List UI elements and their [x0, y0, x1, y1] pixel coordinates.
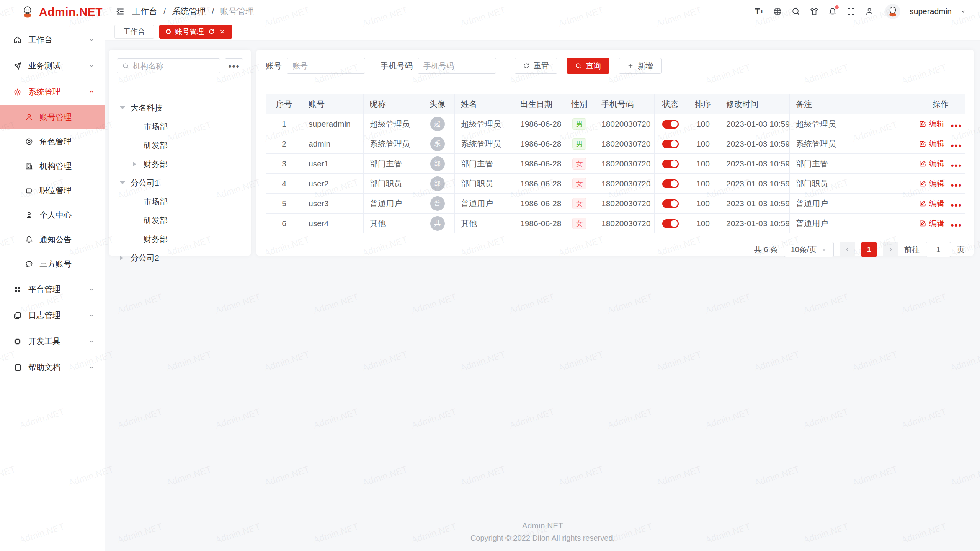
- badge-icon: [25, 186, 33, 195]
- tree-node[interactable]: 市场部: [117, 117, 243, 136]
- caret-down-icon[interactable]: [120, 106, 131, 109]
- table-row: 4 user2 部门职员 部 部门职员 1986-06-28 女 1802003…: [266, 174, 965, 194]
- org-more-button[interactable]: ●●●: [225, 58, 243, 73]
- tab-workbench[interactable]: 工作台: [114, 25, 154, 39]
- collapse-menu-icon[interactable]: [115, 7, 125, 16]
- refresh-icon[interactable]: [208, 28, 215, 35]
- org-search-input[interactable]: [133, 62, 215, 70]
- cell-gender: 男: [564, 114, 595, 134]
- tree-node[interactable]: 财务部: [117, 155, 243, 173]
- tree-node[interactable]: 分公司2: [117, 248, 243, 267]
- brand-logo[interactable]: Admin.NET: [0, 0, 105, 24]
- sidebar-item-dev-tools[interactable]: 开发工具: [0, 328, 105, 354]
- cell-index: 5: [266, 194, 302, 214]
- username[interactable]: superadmin: [910, 7, 952, 16]
- sidebar-item-position-mgmt[interactable]: 职位管理: [0, 178, 105, 203]
- row-more-button[interactable]: ●●●: [951, 142, 962, 148]
- sidebar-item-platform[interactable]: 平台管理: [0, 276, 105, 302]
- tree-node[interactable]: 财务部: [117, 230, 243, 248]
- user-avatar[interactable]: [885, 4, 900, 19]
- edit-button[interactable]: 编辑: [919, 178, 944, 189]
- chevron-down-icon: [88, 338, 95, 345]
- sidebar-item-workbench[interactable]: 工作台: [0, 27, 105, 53]
- edit-label: 编辑: [929, 139, 944, 149]
- breadcrumb-item[interactable]: 系统管理: [172, 6, 206, 17]
- sidebar-item-help-docs[interactable]: 帮助文档: [0, 354, 105, 380]
- tree-node[interactable]: 研发部: [117, 136, 243, 155]
- account-filter-input[interactable]: [287, 58, 365, 74]
- row-more-button[interactable]: ●●●: [951, 182, 962, 188]
- row-more-button[interactable]: ●●●: [951, 222, 962, 228]
- row-more-button[interactable]: ●●●: [951, 122, 962, 129]
- sidebar-item-system[interactable]: 系统管理: [0, 79, 105, 105]
- add-button[interactable]: 新增: [619, 58, 662, 74]
- row-more-button[interactable]: ●●●: [951, 202, 962, 208]
- fullscreen-icon[interactable]: [846, 7, 856, 16]
- edit-button[interactable]: 编辑: [919, 119, 944, 129]
- next-page-button[interactable]: [883, 242, 898, 257]
- edit-button[interactable]: 编辑: [919, 158, 944, 169]
- edit-icon: [919, 140, 926, 147]
- tab-label: 账号管理: [175, 27, 204, 37]
- caret-right-icon[interactable]: [133, 161, 144, 167]
- documents-icon: [13, 311, 22, 320]
- gender-badge: 女: [572, 198, 586, 209]
- sidebar-item-notice[interactable]: 通知公告: [0, 227, 105, 252]
- tree-node[interactable]: 市场部: [117, 192, 243, 211]
- gear-icon: [13, 88, 22, 96]
- profile-icon[interactable]: [864, 7, 874, 16]
- cell-name: 普通用户: [455, 194, 514, 214]
- sidebar-item-role-mgmt[interactable]: 角色管理: [0, 129, 105, 154]
- sidebar-item-logs[interactable]: 日志管理: [0, 302, 105, 328]
- font-size-icon[interactable]: TT: [754, 7, 764, 16]
- edit-button[interactable]: 编辑: [919, 198, 944, 209]
- sidebar-item-profile-center[interactable]: 个人中心: [0, 203, 105, 227]
- sidebar-item-org-mgmt[interactable]: 机构管理: [0, 154, 105, 178]
- reset-button[interactable]: 重置: [514, 58, 557, 74]
- chip-icon: [13, 337, 22, 346]
- search-icon[interactable]: [791, 7, 801, 16]
- status-toggle[interactable]: [662, 140, 679, 148]
- status-toggle[interactable]: [662, 120, 679, 129]
- edit-button[interactable]: 编辑: [919, 218, 944, 228]
- page-number-current[interactable]: 1: [861, 242, 877, 257]
- sidebar-item-third-party[interactable]: 三方账号: [0, 252, 105, 276]
- cell-status: [655, 214, 686, 233]
- edit-button[interactable]: 编辑: [919, 139, 944, 149]
- status-toggle[interactable]: [662, 179, 679, 188]
- tab-account-mgmt[interactable]: 账号管理: [159, 25, 232, 39]
- goto-page-input[interactable]: [926, 242, 951, 257]
- close-icon[interactable]: [219, 28, 225, 35]
- status-toggle[interactable]: [662, 160, 679, 168]
- caret-right-icon[interactable]: [120, 255, 131, 261]
- prev-page-button[interactable]: [840, 242, 855, 257]
- org-search-field[interactable]: [117, 58, 220, 73]
- cell-birth: 1986-06-28: [514, 114, 564, 134]
- row-more-button[interactable]: ●●●: [951, 162, 962, 168]
- tree-node[interactable]: 研发部: [117, 211, 243, 230]
- sidebar-item-label: 业务测试: [28, 60, 60, 71]
- col-remark: 备注: [790, 94, 916, 114]
- bell-icon[interactable]: [828, 7, 838, 16]
- table-row: 2 admin 系统管理员 系 系统管理员 1986-06-28 男 18020…: [266, 134, 965, 154]
- breadcrumb-item[interactable]: 工作台: [132, 6, 157, 17]
- tree-node-label: 财务部: [144, 159, 168, 170]
- tab-label: 工作台: [123, 27, 145, 37]
- table-row: 1 superadmin 超级管理员 超 超级管理员 1986-06-28 男 …: [266, 114, 965, 134]
- tree-node[interactable]: 分公司1: [117, 173, 243, 192]
- status-toggle[interactable]: [662, 219, 679, 228]
- tree-node[interactable]: 大名科技: [117, 98, 243, 117]
- search-button[interactable]: 查询: [567, 58, 609, 74]
- status-toggle[interactable]: [662, 199, 679, 208]
- avatar: 超: [430, 117, 445, 131]
- theme-icon[interactable]: [809, 7, 819, 16]
- chevron-down-icon[interactable]: [960, 8, 966, 15]
- language-icon[interactable]: [773, 7, 782, 16]
- page-size-select[interactable]: 10条/页: [784, 242, 834, 257]
- sidebar-item-business-test[interactable]: 业务测试: [0, 53, 105, 79]
- cell-remark: 普通用户: [790, 194, 916, 214]
- sidebar-item-account-mgmt[interactable]: 账号管理: [0, 105, 105, 129]
- avatar: 系: [430, 137, 445, 151]
- caret-down-icon[interactable]: [120, 181, 131, 184]
- phone-filter-input[interactable]: [418, 58, 496, 74]
